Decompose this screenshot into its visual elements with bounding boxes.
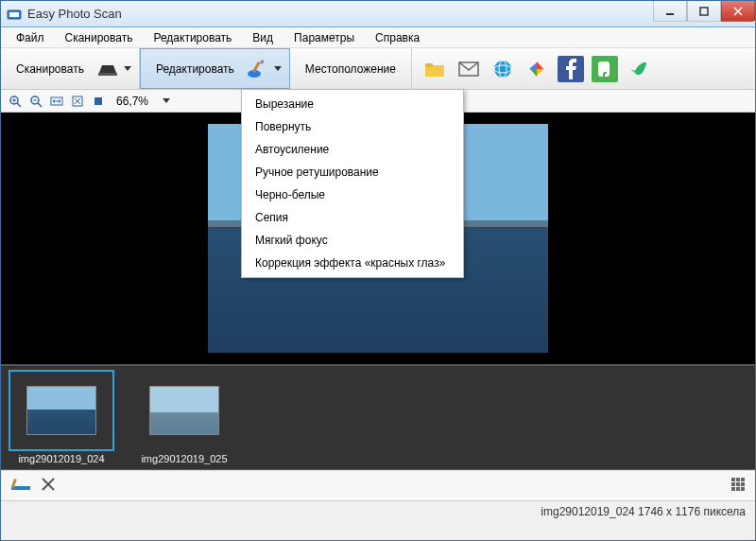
- maximize-button[interactable]: [687, 1, 721, 22]
- thumbnail-image: [26, 386, 96, 435]
- thumbnail-image: [149, 386, 219, 435]
- menu-item-rotate[interactable]: Повернуть: [242, 115, 463, 138]
- svg-rect-44: [736, 487, 740, 491]
- thumbnail-item[interactable]: img29012019_025: [133, 372, 235, 464]
- brush-icon[interactable]: [244, 49, 272, 88]
- menu-item-sepia[interactable]: Сепия: [242, 206, 463, 229]
- scan-dropdown[interactable]: [122, 48, 133, 89]
- edit-dropdown-menu: Вырезание Повернуть Автоусиление Ручное …: [241, 89, 464, 278]
- thumbnail-label: img29012019_024: [10, 453, 112, 464]
- svg-marker-32: [163, 98, 170, 103]
- bottom-toolbar: [1, 470, 755, 500]
- destination-group: Местоположение: [290, 48, 412, 89]
- mail-icon[interactable]: [455, 56, 482, 82]
- toolbar: Сканировать Редактировать Местоположение: [1, 48, 755, 90]
- svg-marker-6: [99, 65, 116, 73]
- menu-item-red-eye[interactable]: Коррекция эффекта «красных глаз»: [242, 252, 463, 274]
- window-controls: [653, 1, 755, 26]
- menubar: Файл Сканировать Редактировать Вид Парам…: [1, 27, 755, 48]
- svg-rect-3: [700, 8, 708, 15]
- zoom-in-icon[interactable]: [7, 93, 24, 110]
- status-bar: img29012019_024 1746 x 1176 пиксела: [1, 500, 755, 521]
- svg-rect-7: [98, 73, 117, 76]
- zoom-value: 66,7%: [111, 95, 154, 108]
- edit-button[interactable]: Редактировать: [146, 49, 244, 88]
- thumbnail-item[interactable]: img29012019_024: [10, 372, 112, 464]
- svg-rect-40: [731, 482, 735, 486]
- svg-marker-12: [274, 66, 282, 71]
- menu-item-soft-focus[interactable]: Мягкий фокус: [242, 229, 463, 252]
- minimize-button[interactable]: [653, 1, 687, 22]
- svg-line-24: [38, 103, 42, 107]
- thumbnail-label: img29012019_025: [133, 453, 235, 464]
- menu-item-crop[interactable]: Вырезание: [242, 93, 463, 115]
- app-icon: [7, 7, 22, 22]
- svg-rect-42: [741, 482, 745, 486]
- close-button[interactable]: [721, 1, 755, 22]
- window-title: Easy Photo Scan: [27, 7, 653, 21]
- google-photos-icon[interactable]: [524, 56, 550, 82]
- menu-scan[interactable]: Сканировать: [56, 29, 143, 46]
- grid-view-icon[interactable]: [730, 477, 746, 495]
- svg-rect-11: [260, 60, 265, 64]
- scanner-icon[interactable]: [94, 48, 122, 89]
- scan-group: Сканировать: [1, 48, 140, 89]
- status-text: img29012019_024 1746 x 1176 пиксела: [541, 505, 746, 518]
- fit-width-icon[interactable]: [48, 93, 65, 110]
- hummingbird-icon[interactable]: [626, 56, 652, 82]
- thumbnail-strip: img29012019_024 img29012019_025: [1, 364, 755, 470]
- destination-label: Местоположение: [296, 48, 405, 89]
- svg-marker-8: [124, 66, 131, 71]
- menu-item-black-white[interactable]: Черно-белые: [242, 183, 463, 206]
- menu-item-manual-retouch[interactable]: Ручное ретуширование: [242, 161, 463, 183]
- svg-point-16: [494, 61, 511, 78]
- edit-group: Редактировать: [140, 48, 290, 89]
- svg-rect-14: [425, 63, 433, 67]
- svg-rect-31: [94, 97, 102, 105]
- menu-item-auto-enhance[interactable]: Автоусиление: [242, 138, 463, 161]
- evernote-icon[interactable]: [592, 56, 618, 82]
- scan-button[interactable]: Сканировать: [7, 48, 94, 89]
- menu-help[interactable]: Справка: [366, 29, 429, 46]
- menu-edit[interactable]: Редактировать: [144, 29, 241, 46]
- delete-icon[interactable]: [41, 477, 56, 495]
- svg-rect-2: [666, 13, 674, 15]
- svg-rect-43: [731, 487, 735, 491]
- menu-file[interactable]: Файл: [7, 29, 54, 46]
- menu-options[interactable]: Параметры: [284, 29, 364, 46]
- svg-rect-41: [736, 482, 740, 486]
- svg-rect-45: [741, 487, 745, 491]
- svg-rect-1: [9, 12, 19, 17]
- actual-size-icon[interactable]: [90, 93, 107, 110]
- svg-rect-39: [741, 478, 745, 481]
- scan-small-icon[interactable]: [10, 477, 31, 495]
- svg-line-20: [17, 103, 21, 107]
- svg-rect-38: [736, 478, 740, 481]
- svg-rect-37: [731, 478, 735, 481]
- edit-dropdown[interactable]: [272, 49, 284, 88]
- web-icon[interactable]: [490, 56, 516, 82]
- fit-page-icon[interactable]: [69, 93, 86, 110]
- menu-view[interactable]: Вид: [243, 29, 283, 46]
- folder-icon[interactable]: [421, 56, 448, 82]
- zoom-out-icon[interactable]: [27, 93, 44, 110]
- destination-icons: [412, 48, 662, 89]
- facebook-icon[interactable]: [558, 56, 584, 82]
- titlebar: Easy Photo Scan: [1, 1, 755, 27]
- zoom-dropdown[interactable]: [158, 93, 175, 110]
